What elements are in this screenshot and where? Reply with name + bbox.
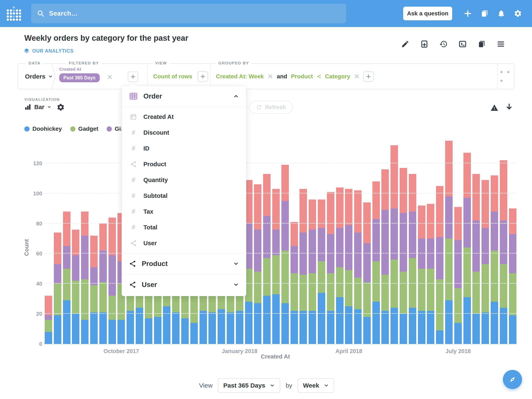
bar-segment-doohickey[interactable] — [99, 312, 107, 344]
bar-segment-gizmo[interactable] — [481, 228, 489, 264]
bar-segment-gadget[interactable] — [509, 273, 516, 316]
field-item-created-at[interactable]: Created At — [122, 109, 246, 125]
bar-segment-doohickey[interactable] — [117, 320, 125, 344]
bar-segment-widget[interactable] — [90, 236, 98, 267]
bar-segment-widget[interactable] — [509, 209, 516, 234]
bar-segment-widget[interactable] — [372, 181, 380, 219]
related-table-user[interactable]: User — [122, 274, 246, 295]
bar-segment-doohickey[interactable] — [45, 332, 52, 344]
field-item-tax[interactable]: #Tax — [122, 204, 246, 219]
menu-icon[interactable] — [497, 40, 505, 48]
search-input[interactable]: Search… — [31, 4, 346, 23]
bar-segment-doohickey[interactable] — [445, 300, 453, 344]
bar-segment-widget[interactable] — [500, 160, 507, 221]
field-item-total[interactable]: #Total — [122, 219, 246, 235]
bar-segment-widget[interactable] — [400, 168, 407, 213]
bar-segment-gadget[interactable] — [108, 296, 116, 320]
bar-segment-widget[interactable] — [381, 169, 389, 210]
bar-segment-doohickey[interactable] — [63, 300, 70, 344]
remove-filter-icon[interactable]: ✕ — [107, 74, 113, 80]
bar-segment-doohickey[interactable] — [81, 320, 89, 344]
download-icon[interactable] — [505, 103, 513, 111]
bar-segment-widget[interactable] — [472, 174, 480, 221]
notifications-bell-icon[interactable] — [497, 9, 505, 18]
field-item-quantity[interactable]: #Quantity — [122, 172, 246, 188]
bar-segment-doohickey[interactable] — [463, 297, 471, 344]
bar-segment-gizmo[interactable] — [372, 219, 380, 261]
bar-segment-gizmo[interactable] — [299, 233, 307, 275]
bar-segment-doohickey[interactable] — [481, 312, 489, 344]
filter-chip[interactable]: Created At Past 365 Days — [59, 67, 100, 82]
bar-segment-gizmo[interactable] — [336, 228, 343, 267]
bar-segment-gizmo[interactable] — [45, 315, 52, 320]
bar-segment-doohickey[interactable] — [472, 314, 480, 344]
related-table-product[interactable]: Product — [122, 253, 246, 274]
breakout-field[interactable]: Category — [325, 73, 350, 80]
bar-segment-widget[interactable] — [54, 233, 61, 264]
history-icon[interactable] — [439, 40, 448, 48]
sql-console-icon[interactable] — [458, 40, 467, 48]
bar-segment-doohickey[interactable] — [327, 311, 334, 344]
bar-segment-gizmo[interactable] — [309, 230, 316, 273]
bar-segment-gizmo[interactable] — [281, 201, 289, 251]
bar-segment-widget[interactable] — [72, 230, 79, 255]
bar-segment-widget[interactable] — [263, 174, 271, 216]
field-item-user[interactable]: User — [122, 235, 246, 251]
bar-segment-gizmo[interactable] — [436, 237, 443, 279]
bar-segment-gadget[interactable] — [336, 267, 343, 297]
aggregation-name[interactable]: Count of rows — [153, 73, 192, 80]
bar-segment-widget[interactable] — [345, 189, 352, 225]
bar-segment-doohickey[interactable] — [209, 312, 216, 344]
bar-segment-gizmo[interactable] — [90, 267, 98, 285]
bar-segment-doohickey[interactable] — [200, 311, 207, 344]
field-item-subtotal[interactable]: #Subtotal — [122, 188, 246, 204]
bar-segment-gadget[interactable] — [309, 273, 316, 311]
bar-segment-gadget[interactable] — [54, 284, 61, 315]
bar-segment-gizmo[interactable] — [318, 228, 325, 261]
bar-segment-widget[interactable] — [463, 153, 471, 198]
bar-segment-doohickey[interactable] — [236, 311, 243, 344]
granularity-select[interactable]: Week — [298, 378, 334, 393]
visualization-settings-gear-icon[interactable] — [57, 103, 65, 111]
warning-icon[interactable] — [490, 104, 498, 112]
bar-segment-widget[interactable] — [281, 165, 289, 201]
bar-segment-doohickey[interactable] — [281, 303, 289, 344]
bar-segment-gadget[interactable] — [418, 269, 425, 311]
bar-segment-gizmo[interactable] — [391, 209, 398, 260]
bar-segment-widget[interactable] — [318, 200, 325, 228]
remove-breakout-icon[interactable]: ✕ — [354, 73, 360, 80]
legend-item-gadget[interactable]: Gadget — [70, 126, 98, 132]
bar-segment-doohickey[interactable] — [145, 318, 152, 344]
bar-segment-gadget[interactable] — [427, 269, 434, 311]
field-item-id[interactable]: #ID — [122, 140, 246, 156]
bar-segment-doohickey[interactable] — [318, 293, 325, 344]
bar-segment-gizmo[interactable] — [418, 239, 425, 269]
bar-segment-gadget[interactable] — [400, 272, 407, 314]
bar-segment-doohickey[interactable] — [54, 315, 61, 344]
bar-segment-gadget[interactable] — [445, 239, 453, 300]
bar-segment-gadget[interactable] — [481, 264, 489, 312]
bar-segment-widget[interactable] — [436, 186, 443, 237]
remove-breakout-icon[interactable]: ✕ — [267, 73, 273, 80]
bar-segment-gadget[interactable] — [491, 251, 498, 302]
bar-segment-gadget[interactable] — [299, 275, 307, 311]
bar-segment-widget[interactable] — [491, 175, 498, 212]
bar-segment-widget[interactable] — [391, 145, 398, 209]
add-filter-button[interactable] — [128, 71, 138, 82]
bar-segment-doohickey[interactable] — [372, 302, 380, 344]
bar-segment-doohickey[interactable] — [254, 303, 261, 344]
bar-segment-widget[interactable] — [299, 189, 307, 233]
bar-segment-widget[interactable] — [45, 296, 52, 315]
bar-segment-gizmo[interactable] — [291, 246, 298, 273]
legend-item-doohickey[interactable]: Doohickey — [24, 126, 62, 132]
settings-gear-icon[interactable] — [514, 9, 522, 18]
breakout-first[interactable]: Created At: Week — [216, 73, 264, 80]
bar-segment-gizmo[interactable] — [454, 240, 462, 288]
bar-segment-gizmo[interactable] — [400, 213, 407, 272]
bar-segment-doohickey[interactable] — [336, 297, 343, 344]
bar-segment-doohickey[interactable] — [345, 306, 352, 344]
data-source-picker[interactable]: Orders — [25, 64, 53, 89]
bar-segment-gadget[interactable] — [472, 272, 480, 314]
field-item-discount[interactable]: #Discount — [122, 125, 246, 140]
bar-segment-doohickey[interactable] — [90, 312, 98, 344]
